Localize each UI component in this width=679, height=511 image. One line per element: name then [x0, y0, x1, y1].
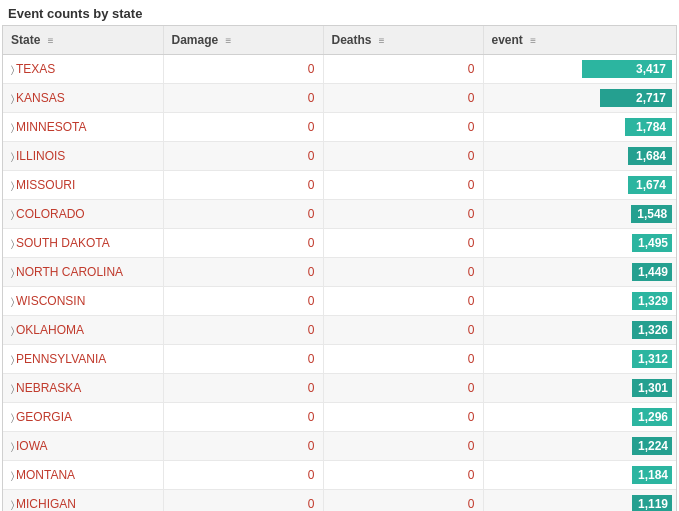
state-name: SOUTH DAKOTA: [16, 236, 110, 250]
expand-icon[interactable]: 〉: [11, 441, 14, 452]
state-name: NEBRASKA: [16, 381, 81, 395]
cell-deaths: 0: [323, 287, 483, 316]
col-header-event[interactable]: event ≡: [483, 26, 676, 55]
expand-icon[interactable]: 〉: [11, 499, 14, 510]
expand-icon[interactable]: 〉: [11, 470, 14, 481]
cell-event: 1,296: [483, 403, 676, 432]
cell-damage: 0: [163, 403, 323, 432]
data-table: State ≡ Damage ≡ Deaths ≡ event ≡ 〉TEXAS…: [3, 26, 676, 511]
cell-damage: 0: [163, 374, 323, 403]
cell-state: 〉IOWA: [3, 432, 163, 461]
cell-event: 3,417: [483, 55, 676, 84]
cell-damage: 0: [163, 142, 323, 171]
event-value: 2,717: [600, 89, 672, 107]
cell-state: 〉PENNSYLVANIA: [3, 345, 163, 374]
sort-icon-state[interactable]: ≡: [48, 35, 54, 46]
cell-damage: 0: [163, 171, 323, 200]
expand-icon[interactable]: 〉: [11, 412, 14, 423]
state-name: MINNESOTA: [16, 120, 86, 134]
cell-event: 1,326: [483, 316, 676, 345]
sort-icon-damage[interactable]: ≡: [226, 35, 232, 46]
expand-icon[interactable]: 〉: [11, 64, 14, 75]
event-bar-container: 2,717: [492, 89, 673, 107]
cell-state: 〉MISSOURI: [3, 171, 163, 200]
cell-deaths: 0: [323, 258, 483, 287]
expand-icon[interactable]: 〉: [11, 296, 14, 307]
event-value: 1,495: [632, 234, 672, 252]
cell-state: 〉SOUTH DAKOTA: [3, 229, 163, 258]
table-row: 〉MONTANA00 1,184: [3, 461, 676, 490]
cell-event: 1,312: [483, 345, 676, 374]
event-value: 1,674: [628, 176, 672, 194]
cell-deaths: 0: [323, 229, 483, 258]
cell-deaths: 0: [323, 374, 483, 403]
event-bar-container: 1,312: [492, 350, 673, 368]
col-header-damage[interactable]: Damage ≡: [163, 26, 323, 55]
event-bar-container: 1,784: [492, 118, 673, 136]
cell-state: 〉MICHIGAN: [3, 490, 163, 512]
cell-state: 〉ILLINOIS: [3, 142, 163, 171]
expand-icon[interactable]: 〉: [11, 238, 14, 249]
cell-event: 1,184: [483, 461, 676, 490]
cell-deaths: 0: [323, 461, 483, 490]
sort-icon-event[interactable]: ≡: [530, 35, 536, 46]
expand-icon[interactable]: 〉: [11, 325, 14, 336]
event-value: 1,784: [625, 118, 672, 136]
expand-icon[interactable]: 〉: [11, 383, 14, 394]
table-header-row: State ≡ Damage ≡ Deaths ≡ event ≡: [3, 26, 676, 55]
event-value: 1,449: [632, 263, 672, 281]
event-bar-container: 1,449: [492, 263, 673, 281]
cell-event: 1,329: [483, 287, 676, 316]
cell-state: 〉GEORGIA: [3, 403, 163, 432]
sort-icon-deaths[interactable]: ≡: [379, 35, 385, 46]
state-name: KANSAS: [16, 91, 65, 105]
expand-icon[interactable]: 〉: [11, 93, 14, 104]
cell-state: 〉KANSAS: [3, 84, 163, 113]
cell-event: 1,224: [483, 432, 676, 461]
table-row: 〉IOWA00 1,224: [3, 432, 676, 461]
cell-state: 〉WISCONSIN: [3, 287, 163, 316]
expand-icon[interactable]: 〉: [11, 354, 14, 365]
table-row: 〉TEXAS00 3,417: [3, 55, 676, 84]
table-row: 〉KANSAS00 2,717: [3, 84, 676, 113]
event-value: 1,312: [632, 350, 672, 368]
table-row: 〉MINNESOTA00 1,784: [3, 113, 676, 142]
event-bar-container: 1,674: [492, 176, 673, 194]
cell-damage: 0: [163, 200, 323, 229]
state-name: MISSOURI: [16, 178, 75, 192]
col-header-deaths[interactable]: Deaths ≡: [323, 26, 483, 55]
expand-icon[interactable]: 〉: [11, 209, 14, 220]
event-bar-container: 1,119: [492, 495, 673, 511]
event-bar-container: 1,684: [492, 147, 673, 165]
cell-damage: 0: [163, 432, 323, 461]
event-value: 1,329: [632, 292, 672, 310]
cell-event: 1,684: [483, 142, 676, 171]
event-bar-container: 1,296: [492, 408, 673, 426]
event-value: 1,301: [632, 379, 672, 397]
state-name: COLORADO: [16, 207, 85, 221]
table-row: 〉MISSOURI00 1,674: [3, 171, 676, 200]
cell-damage: 0: [163, 345, 323, 374]
table-row: 〉NEBRASKA00 1,301: [3, 374, 676, 403]
event-bar-container: 1,495: [492, 234, 673, 252]
expand-icon[interactable]: 〉: [11, 267, 14, 278]
state-name: WISCONSIN: [16, 294, 85, 308]
state-name: TEXAS: [16, 62, 55, 76]
expand-icon[interactable]: 〉: [11, 151, 14, 162]
cell-damage: 0: [163, 316, 323, 345]
cell-damage: 0: [163, 258, 323, 287]
cell-damage: 0: [163, 229, 323, 258]
cell-deaths: 0: [323, 403, 483, 432]
cell-damage: 0: [163, 287, 323, 316]
col-header-state[interactable]: State ≡: [3, 26, 163, 55]
expand-icon[interactable]: 〉: [11, 180, 14, 191]
event-bar-container: 1,301: [492, 379, 673, 397]
event-value: 1,119: [632, 495, 672, 511]
event-bar-container: 1,224: [492, 437, 673, 455]
cell-deaths: 0: [323, 142, 483, 171]
cell-state: 〉COLORADO: [3, 200, 163, 229]
cell-damage: 0: [163, 84, 323, 113]
cell-deaths: 0: [323, 432, 483, 461]
state-name: IOWA: [16, 439, 48, 453]
expand-icon[interactable]: 〉: [11, 122, 14, 133]
